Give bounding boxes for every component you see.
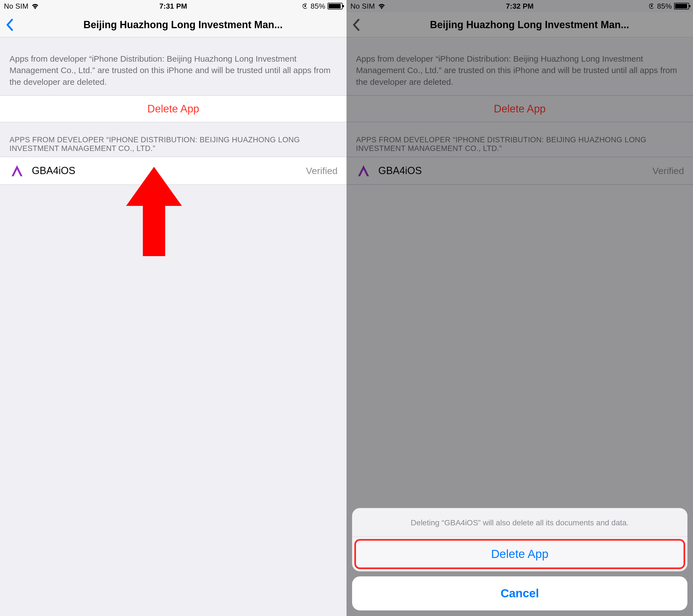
cancel-button[interactable]: Cancel — [352, 576, 688, 611]
action-sheet-message: Deleting “GBA4iOS” will also delete all … — [352, 508, 688, 537]
action-sheet: Deleting “GBA4iOS” will also delete all … — [352, 508, 688, 611]
trust-explanation-text: Apps from developer “iPhone Distribution… — [0, 37, 346, 95]
status-bar: No SIM 7:31 PM 85% — [0, 0, 346, 12]
wifi-icon — [31, 3, 39, 9]
clock-label: 7:31 PM — [0, 2, 346, 11]
battery-percent-label: 85% — [311, 2, 325, 11]
screenshot-right: No SIM 7:32 PM 85% Beijing Huazhong Long… — [346, 0, 693, 616]
apps-section-header: APPS FROM DEVELOPER “IPHONE DISTRIBUTION… — [0, 122, 346, 157]
app-icon — [9, 163, 25, 179]
app-name-label: GBA4iOS — [32, 165, 75, 177]
content-area: Apps from developer “iPhone Distribution… — [0, 37, 346, 185]
rotation-lock-icon — [302, 3, 308, 9]
confirm-delete-button[interactable]: Delete App — [354, 539, 685, 569]
app-verified-label: Verified — [306, 165, 338, 176]
nav-bar: Beijing Huazhong Long Investment Man... — [0, 12, 346, 37]
app-row[interactable]: GBA4iOS Verified — [0, 157, 346, 185]
back-button[interactable] — [5, 19, 13, 31]
svg-rect-1 — [305, 5, 306, 7]
screenshot-left: No SIM 7:31 PM 85% Beijing Huazhong Long… — [0, 0, 346, 616]
page-title: Beijing Huazhong Long Investment Man... — [25, 19, 341, 31]
action-sheet-group: Deleting “GBA4iOS” will also delete all … — [352, 508, 688, 571]
delete-app-button[interactable]: Delete App — [0, 95, 346, 122]
carrier-label: No SIM — [4, 2, 28, 11]
battery-icon — [328, 3, 342, 9]
